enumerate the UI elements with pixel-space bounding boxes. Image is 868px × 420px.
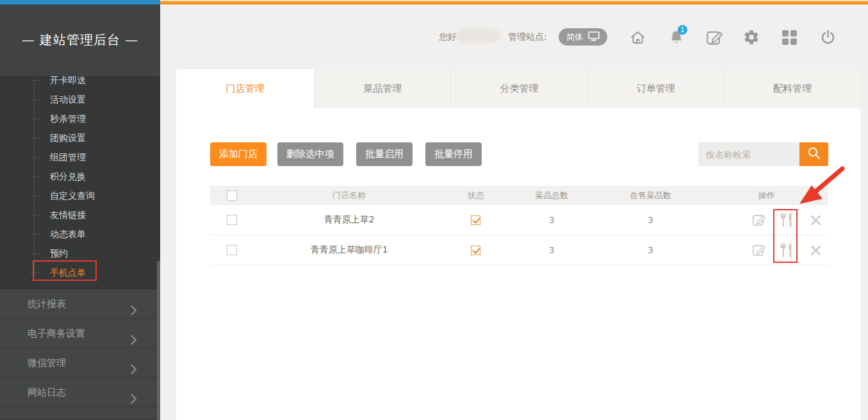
app-window: — 建站管理后台 — 开卡即送 活动设置 秒杀管理 团购设置 组团管理 积分兑换… bbox=[0, 0, 868, 420]
greeting-label: 您好 bbox=[439, 31, 457, 43]
site-label: 管理站点: bbox=[508, 31, 547, 43]
notification-bell-icon[interactable]: 1 bbox=[667, 28, 685, 46]
select-all-checkbox[interactable] bbox=[227, 190, 237, 201]
sidebar: — 建站管理后台 — 开卡即送 活动设置 秒杀管理 团购设置 组团管理 积分兑换… bbox=[0, 4, 160, 420]
section-label: 统计报表 bbox=[28, 298, 66, 310]
tab-order-management[interactable]: 订单管理 bbox=[587, 69, 724, 108]
store-name: 青青原上草2 bbox=[254, 214, 445, 226]
notification-badge: 1 bbox=[678, 25, 687, 35]
search-button[interactable] bbox=[799, 142, 828, 166]
table-header-row: 门店名称 状态 菜品总数 在售菜品数 操作 bbox=[210, 186, 828, 205]
top-strip-blue bbox=[0, 0, 160, 4]
fork-knife-menu-icon[interactable] bbox=[780, 242, 795, 258]
tab-store-management[interactable]: 门店管理 bbox=[176, 69, 314, 108]
language-label: 简体 bbox=[566, 31, 583, 43]
sidebar-item-custom-query[interactable]: 自定义查询 bbox=[0, 186, 160, 205]
sidebar-item-dynamic-form[interactable]: 动态表单 bbox=[0, 224, 160, 244]
status-checkbox-checked[interactable] bbox=[471, 215, 480, 225]
tab-dish-management[interactable]: 菜品管理 bbox=[314, 69, 450, 108]
batch-enable-button[interactable]: 批量启用 bbox=[356, 142, 413, 166]
col-header-status: 状态 bbox=[445, 190, 507, 201]
section-label: 网站日志 bbox=[28, 387, 66, 398]
tab-bar: 门店管理 菜品管理 分类管理 订单管理 配料管理 bbox=[176, 69, 860, 108]
sidebar-section-partial bbox=[0, 407, 160, 419]
store-name: 青青原上草咖啡厅1 bbox=[254, 244, 445, 256]
delete-selected-button[interactable]: 删除选中项 bbox=[277, 142, 343, 166]
apps-grid-icon[interactable] bbox=[780, 28, 798, 46]
tab-category-management[interactable]: 分类管理 bbox=[450, 69, 587, 108]
edit-store-icon[interactable] bbox=[751, 212, 766, 228]
edit-store-icon[interactable] bbox=[751, 242, 766, 258]
home-icon[interactable] bbox=[628, 28, 646, 46]
dish-total-value: 3 bbox=[507, 215, 596, 225]
sidebar-header: — 建站管理后台 — bbox=[0, 4, 160, 76]
row-checkbox[interactable] bbox=[227, 215, 237, 225]
section-label: 微信管理 bbox=[28, 357, 66, 369]
sidebar-item-group-buy[interactable]: 团购设置 bbox=[0, 128, 160, 147]
col-header-name: 门店名称 bbox=[254, 190, 445, 201]
edit-compose-icon[interactable] bbox=[705, 28, 723, 46]
sidebar-item-activity[interactable]: 活动设置 bbox=[0, 90, 160, 109]
add-store-button[interactable]: 添加门店 bbox=[210, 142, 266, 166]
search-input[interactable] bbox=[698, 142, 799, 166]
dish-total-value: 3 bbox=[507, 245, 596, 255]
sidebar-item-points[interactable]: 积分兑换 bbox=[0, 167, 160, 186]
dish-onsale-value: 3 bbox=[596, 245, 705, 255]
tab-ingredient-management[interactable]: 配料管理 bbox=[724, 69, 860, 108]
sidebar-section-stats[interactable]: 统计报表 bbox=[0, 289, 160, 318]
sidebar-section-ecommerce[interactable]: 电子商务设置 bbox=[0, 318, 160, 348]
sidebar-scrollbar[interactable] bbox=[157, 261, 160, 420]
top-strip-orange bbox=[160, 0, 868, 4]
main-panel: 门店管理 菜品管理 分类管理 订单管理 配料管理 添加门店 删除选中项 批量启用… bbox=[176, 69, 860, 420]
col-header-actions: 操作 bbox=[705, 190, 828, 201]
toolbar: 添加门店 删除选中项 批量启用 批量停用 bbox=[210, 142, 828, 166]
search-box bbox=[698, 142, 828, 166]
sidebar-item-mobile-order[interactable]: 手机点单 bbox=[0, 263, 160, 282]
col-header-onsale: 在售菜品数 bbox=[596, 190, 705, 201]
language-site-button[interactable]: 简体 bbox=[559, 28, 607, 46]
search-icon bbox=[807, 146, 822, 163]
sidebar-item-reservation[interactable]: 预约 bbox=[0, 244, 160, 263]
sidebar-section-site-log[interactable]: 网站日志 bbox=[0, 377, 160, 407]
batch-disable-button[interactable]: 批量停用 bbox=[425, 142, 482, 166]
table-row: 青青原上草咖啡厅1 3 3 bbox=[210, 235, 828, 265]
sidebar-sections: 统计报表 电子商务设置 微信管理 网站日志 bbox=[0, 289, 160, 419]
col-header-total: 菜品总数 bbox=[507, 190, 596, 201]
sidebar-item-flash-sale[interactable]: 秒杀管理 bbox=[0, 109, 160, 128]
store-table: 门店名称 状态 菜品总数 在售菜品数 操作 青青原上草2 3 3 bbox=[210, 186, 828, 265]
app-title: — 建站管理后台 — bbox=[0, 4, 160, 76]
table-row: 青青原上草2 3 3 bbox=[210, 205, 828, 235]
username-blurred bbox=[456, 29, 500, 42]
monitor-icon bbox=[588, 31, 600, 43]
dish-onsale-value: 3 bbox=[596, 215, 705, 225]
status-checkbox-checked[interactable] bbox=[471, 246, 480, 255]
select-all-cell bbox=[210, 190, 254, 201]
row-checkbox[interactable] bbox=[227, 245, 237, 255]
section-label: 电子商务设置 bbox=[28, 328, 85, 339]
sidebar-item-group-manage[interactable]: 组团管理 bbox=[0, 147, 160, 167]
sidebar-item-links[interactable]: 友情链接 bbox=[0, 205, 160, 224]
fork-knife-menu-icon[interactable] bbox=[780, 212, 795, 228]
sidebar-menu: 开卡即送 活动设置 秒杀管理 团购设置 组团管理 积分兑换 自定义查询 友情链接… bbox=[0, 71, 160, 282]
power-logout-icon[interactable] bbox=[819, 28, 837, 46]
delete-x-icon[interactable] bbox=[808, 212, 824, 228]
sidebar-section-wechat[interactable]: 微信管理 bbox=[0, 348, 160, 377]
delete-x-icon[interactable] bbox=[808, 242, 824, 258]
settings-gear-icon[interactable] bbox=[742, 28, 760, 46]
